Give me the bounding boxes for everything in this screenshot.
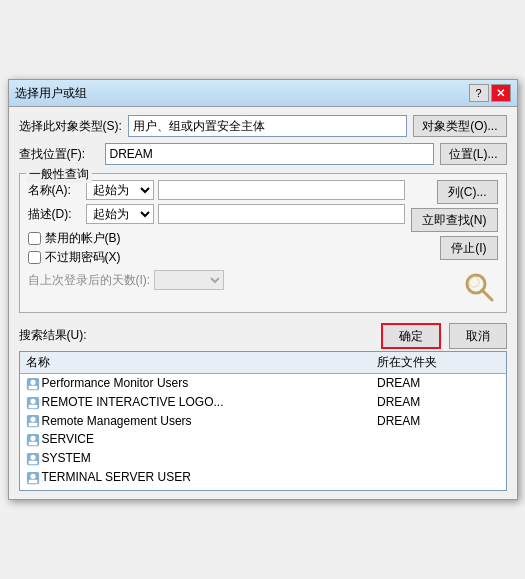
row-name: Remote Management Users xyxy=(20,412,372,431)
table-row[interactable]: SYSTEM xyxy=(20,449,506,468)
days-label: 自上次登录后的天数(I): xyxy=(28,272,151,289)
object-type-button[interactable]: 对象类型(O)... xyxy=(413,115,506,137)
checkbox-group: 禁用的帐户(B) 不过期密码(X) xyxy=(28,230,405,266)
row-icon xyxy=(26,376,42,390)
checkbox-disabled-row: 禁用的帐户(B) xyxy=(28,230,405,247)
svg-rect-11 xyxy=(28,423,37,427)
table-row[interactable]: TERMINAL SERVER USER xyxy=(20,468,506,487)
svg-rect-20 xyxy=(28,480,37,484)
checkbox-disabled[interactable] xyxy=(28,232,41,245)
title-bar: 选择用户或组 ? ✕ xyxy=(9,80,517,107)
checkbox-noexpiry[interactable] xyxy=(28,251,41,264)
object-type-label: 选择此对象类型(S): xyxy=(19,118,122,135)
table-row[interactable]: Performance Monitor UsersDREAM xyxy=(20,374,506,393)
svg-line-1 xyxy=(482,290,492,300)
table-row[interactable]: REMOTE INTERACTIVE LOGO...DREAM xyxy=(20,393,506,412)
object-type-row: 选择此对象类型(S): 对象类型(O)... xyxy=(19,115,507,137)
row-name: Performance Monitor Users xyxy=(20,374,372,393)
name-row: 名称(A): 起始为 xyxy=(28,180,405,200)
location-input[interactable] xyxy=(105,143,434,165)
row-name: SYSTEM xyxy=(20,449,372,468)
row-folder: DREAM xyxy=(371,374,492,393)
desc-row: 描述(D): 起始为 xyxy=(28,204,405,224)
location-label: 查找位置(F): xyxy=(19,146,99,163)
desc-select[interactable]: 起始为 xyxy=(86,204,154,224)
desc-input[interactable] xyxy=(158,204,405,224)
row-name: SERVICE xyxy=(20,430,372,449)
svg-point-2 xyxy=(469,277,479,287)
days-select[interactable] xyxy=(154,270,224,290)
row-folder xyxy=(371,487,492,491)
close-button[interactable]: ✕ xyxy=(491,84,511,102)
checkbox-noexpiry-row: 不过期密码(X) xyxy=(28,249,405,266)
row-icon xyxy=(26,395,42,409)
search-icon xyxy=(462,270,498,306)
name-select[interactable]: 起始为 xyxy=(86,180,154,200)
svg-point-19 xyxy=(30,474,35,479)
svg-point-16 xyxy=(30,455,35,460)
col-button[interactable]: 列(C)... xyxy=(437,180,498,204)
row-name: TERMINAL SERVER USER xyxy=(20,468,372,487)
svg-point-4 xyxy=(30,379,35,384)
row-folder: DREAM xyxy=(371,412,492,431)
checkbox-disabled-label: 禁用的帐户(B) xyxy=(45,230,121,247)
row-icon xyxy=(26,489,42,491)
svg-rect-17 xyxy=(28,461,37,465)
days-row: 自上次登录后的天数(I): xyxy=(28,270,405,290)
svg-rect-14 xyxy=(28,442,37,446)
results-table: 名称 所在文件夹 Performance Monitor UsersDREAM … xyxy=(20,352,506,491)
table-row[interactable]: Remote Management UsersDREAM xyxy=(20,412,506,431)
object-type-input[interactable] xyxy=(128,115,407,137)
row-name: This Organization Certificate xyxy=(20,487,372,491)
col-name-header: 名称 xyxy=(20,352,372,374)
table-row[interactable]: SERVICE xyxy=(20,430,506,449)
row-icon xyxy=(26,470,42,484)
dialog-title: 选择用户或组 xyxy=(15,85,87,102)
svg-point-7 xyxy=(30,398,35,403)
name-input[interactable] xyxy=(158,180,405,200)
help-button[interactable]: ? xyxy=(469,84,489,102)
title-bar-buttons: ? ✕ xyxy=(469,84,511,102)
table-row[interactable]: This Organization Certificate xyxy=(20,487,506,491)
dialog-window: 选择用户或组 ? ✕ 选择此对象类型(S): 对象类型(O)... 查找位置(F… xyxy=(8,79,518,500)
scroll-col xyxy=(492,352,506,374)
dialog-body: 选择此对象类型(S): 对象类型(O)... 查找位置(F): 位置(L)...… xyxy=(9,107,517,321)
row-folder: DREAM xyxy=(371,393,492,412)
svg-point-10 xyxy=(30,417,35,422)
search-left: 名称(A): 起始为 描述(D): 起始为 xyxy=(28,180,405,306)
svg-rect-8 xyxy=(28,404,37,408)
location-button[interactable]: 位置(L)... xyxy=(440,143,507,165)
row-icon xyxy=(26,414,42,428)
results-label: 搜索结果(U): xyxy=(19,327,87,344)
location-row: 查找位置(F): 位置(L)... xyxy=(19,143,507,165)
row-icon xyxy=(26,451,42,465)
row-folder xyxy=(371,430,492,449)
col-folder-header: 所在文件夹 xyxy=(371,352,492,374)
name-label: 名称(A): xyxy=(28,182,82,199)
cancel-button[interactable]: 取消 xyxy=(449,323,507,349)
svg-point-13 xyxy=(30,436,35,441)
stop-button[interactable]: 停止(I) xyxy=(440,236,497,260)
search-button[interactable]: 立即查找(N) xyxy=(411,208,498,232)
search-content: 名称(A): 起始为 描述(D): 起始为 xyxy=(28,180,498,306)
desc-label: 描述(D): xyxy=(28,206,82,223)
row-folder xyxy=(371,449,492,468)
row-icon xyxy=(26,432,42,446)
row-folder xyxy=(371,468,492,487)
results-list[interactable]: 名称 所在文件夹 Performance Monitor UsersDREAM … xyxy=(19,351,507,491)
checkbox-noexpiry-label: 不过期密码(X) xyxy=(45,249,121,266)
section-title: 一般性查询 xyxy=(26,166,92,183)
row-name: REMOTE INTERACTIVE LOGO... xyxy=(20,393,372,412)
general-query-section: 一般性查询 名称(A): 起始为 描述(D): 起 xyxy=(19,173,507,313)
svg-rect-5 xyxy=(28,386,37,390)
search-right: 列(C)... 立即查找(N) 停止(I) xyxy=(411,180,498,306)
confirm-button[interactable]: 确定 xyxy=(381,323,441,349)
